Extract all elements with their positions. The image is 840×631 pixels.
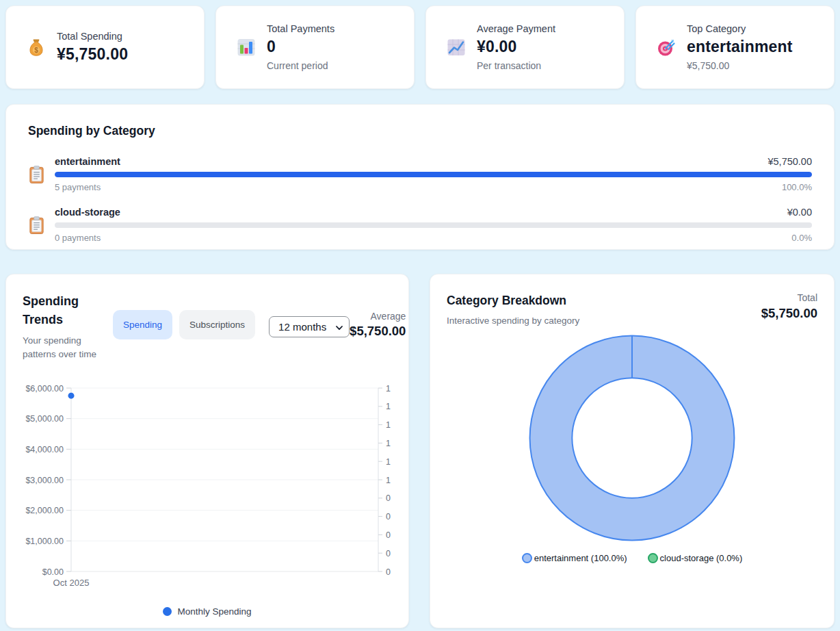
svg-text:0: 0	[386, 493, 391, 503]
dashboard-page: $ Total Spending ¥5,750.00	[0, 0, 840, 631]
stat-value: ¥0.00	[477, 38, 555, 56]
category-row-entertainment: entertainment ¥5,750.00 5 payments 100.0…	[28, 156, 812, 192]
svg-text:$0.00: $0.00	[42, 567, 64, 577]
svg-text:1: 1	[386, 476, 391, 485]
category-row-cloud-storage: cloud-storage ¥0.00 0 payments 0.0%	[28, 207, 812, 243]
clipboard-icon	[28, 216, 45, 235]
trend-legend-label: Monthly Spending	[177, 606, 251, 617]
legend-item-cloud-storage[interactable]: cloud-storage (0.0%)	[648, 553, 743, 563]
svg-text:$1,000.00: $1,000.00	[25, 537, 64, 546]
breakdown-legend: entertainment (100.0%) cloud-storage (0.…	[447, 553, 817, 563]
legend-swatch	[522, 553, 532, 563]
monthly-spending-dot	[163, 607, 172, 616]
category-rows: entertainment ¥5,750.00 5 payments 100.0…	[28, 156, 812, 243]
category-amount: ¥5,750.00	[767, 156, 812, 167]
legend-item-entertainment[interactable]: entertainment (100.0%)	[522, 553, 627, 563]
stat-text: Total Spending ¥5,750.00	[57, 31, 128, 64]
stat-text: Top Category entertainment ¥5,750.00	[687, 23, 793, 71]
stat-text: Average Payment ¥0.00 Per transaction	[477, 23, 555, 71]
donut-chart[interactable]	[447, 327, 817, 549]
category-payments: 5 payments	[55, 182, 101, 192]
legend-label: cloud-storage (0.0%)	[660, 553, 743, 563]
svg-text:0: 0	[386, 530, 391, 540]
trend-legend-item[interactable]: Monthly Spending	[23, 606, 392, 617]
stat-sub: ¥5,750.00	[687, 60, 793, 71]
stat-sub: Per transaction	[477, 60, 555, 71]
stat-label: Top Category	[687, 23, 793, 34]
section-title: Spending by Category	[28, 124, 812, 138]
svg-text:0: 0	[386, 549, 391, 558]
svg-text:1: 1	[386, 384, 391, 394]
category-progress-track	[55, 222, 812, 228]
legend-swatch	[648, 553, 658, 563]
svg-text:$2,000.00: $2,000.00	[25, 506, 64, 515]
total-block: Total $5,750.00	[761, 291, 817, 321]
svg-text:0: 0	[386, 512, 391, 521]
category-content: entertainment ¥5,750.00 5 payments 100.0…	[55, 156, 812, 192]
category-amount: ¥0.00	[787, 207, 812, 218]
category-breakdown-card: Category Breakdown Interactive spending …	[430, 274, 835, 628]
trends-title: Spending Trends	[23, 292, 113, 329]
category-name: cloud-storage	[55, 207, 120, 218]
total-label: Total	[761, 292, 817, 303]
stat-value: 0	[267, 38, 334, 56]
total-value: $5,750.00	[761, 306, 817, 321]
category-name: entertainment	[55, 156, 120, 167]
stat-card-total-spending: $ Total Spending ¥5,750.00	[5, 5, 205, 89]
stat-label: Average Payment	[477, 23, 555, 34]
spending-by-category-card: Spending by Category ent	[5, 104, 835, 250]
average-label: Average	[350, 311, 406, 322]
stat-value: entertainment	[687, 38, 793, 56]
svg-text:Oct 2025: Oct 2025	[53, 578, 90, 587]
target-icon	[657, 38, 676, 57]
tab-subscriptions[interactable]: Subscriptions	[179, 310, 255, 339]
money-bag-icon: $	[27, 38, 46, 57]
category-payments: 0 payments	[55, 233, 101, 243]
bottom-row: Spending Trends Your spending patterns o…	[5, 274, 835, 628]
stat-label: Total Spending	[57, 31, 128, 42]
stat-label: Total Payments	[267, 23, 334, 34]
trends-titleblock: Spending Trends Your spending patterns o…	[23, 291, 113, 361]
svg-text:1: 1	[386, 420, 391, 430]
clipboard-icon	[28, 165, 45, 184]
breakdown-title: Category Breakdown	[447, 294, 579, 308]
period-select-wrap: 12 months	[269, 316, 350, 337]
stat-text: Total Payments 0 Current period	[267, 23, 334, 71]
spending-trends-card: Spending Trends Your spending patterns o…	[5, 274, 409, 628]
svg-text:$4,000.00: $4,000.00	[25, 445, 64, 454]
breakdown-subtitle: Interactive spending by category	[447, 316, 579, 326]
svg-text:1: 1	[386, 439, 391, 448]
stat-card-total-payments: Total Payments 0 Current period	[215, 5, 415, 89]
category-percent: 100.0%	[782, 182, 812, 192]
tab-spending[interactable]: Spending	[113, 310, 172, 339]
trends-subtitle: Your spending patterns over time	[23, 334, 108, 361]
chart-increasing-icon	[447, 38, 466, 57]
average-block: Average $5,750.00	[350, 311, 406, 339]
svg-text:$6,000.00: $6,000.00	[25, 384, 64, 394]
breakdown-titleblock: Category Breakdown Interactive spending …	[447, 291, 579, 326]
stat-value: ¥5,750.00	[57, 45, 128, 64]
category-percent: 0.0%	[791, 233, 812, 243]
stats-row: $ Total Spending ¥5,750.00	[5, 5, 835, 89]
svg-text:$: $	[34, 47, 38, 54]
svg-text:1: 1	[386, 402, 391, 411]
svg-text:$5,000.00: $5,000.00	[25, 414, 64, 424]
legend-label: entertainment (100.0%)	[534, 553, 627, 563]
trends-tabs: Spending Subscriptions	[113, 310, 255, 339]
average-value: $5,750.00	[350, 324, 406, 339]
category-progress-track	[55, 172, 812, 177]
svg-text:1: 1	[386, 457, 391, 467]
trend-chart[interactable]: $6,000.00$5,000.00$4,000.00$3,000.00$2,0…	[23, 380, 392, 590]
stat-card-average-payment: Average Payment ¥0.00 Per transaction	[425, 5, 625, 89]
bar-chart-icon	[237, 38, 256, 57]
stat-card-top-category: Top Category entertainment ¥5,750.00	[635, 5, 835, 89]
category-content: cloud-storage ¥0.00 0 payments 0.0%	[55, 207, 812, 243]
svg-text:$3,000.00: $3,000.00	[25, 476, 64, 485]
svg-text:0: 0	[386, 567, 391, 577]
category-progress-fill	[55, 172, 812, 177]
breakdown-header: Category Breakdown Interactive spending …	[447, 291, 817, 326]
period-select[interactable]: 12 months	[269, 316, 350, 337]
stat-sub: Current period	[267, 60, 334, 71]
trends-header: Spending Trends Your spending patterns o…	[23, 291, 392, 361]
